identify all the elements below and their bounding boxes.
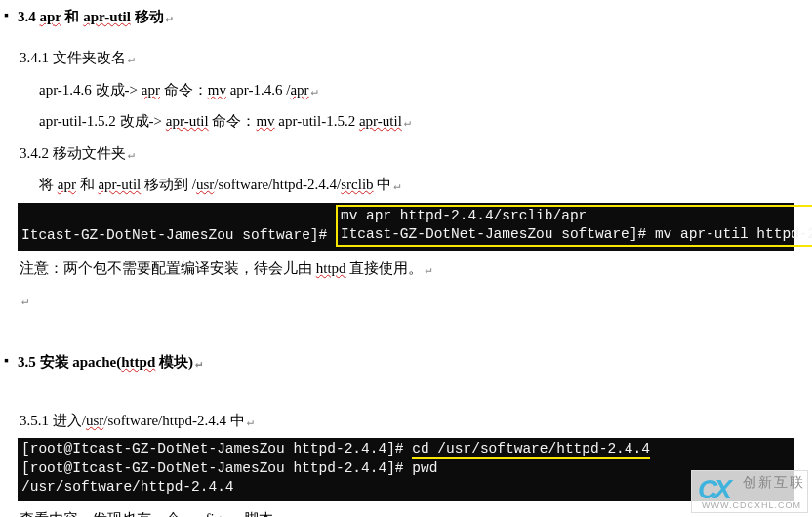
term-line: /usr/software/httpd-2.4.4 — [21, 479, 234, 495]
term-prompt: Itcast-GZ-DotNet-JamesZou software]# — [341, 226, 655, 242]
p-342: 3.4.2 移动文件夹↵ — [18, 139, 794, 168]
term-prompt: [root@Itcast-GZ-DotNet-JamesZou httpd-2.… — [21, 441, 412, 457]
empty-line: ↵ — [18, 286, 794, 314]
line-end-icon: ↵ — [126, 53, 135, 66]
line-end-icon: ↵ — [164, 12, 173, 25]
p-351-desc: 查看内容，发现也有一个 configure 脚本↵ — [18, 505, 794, 517]
p-341-cmd1: apr-1.4.6 改成-> apr 命令：mv apr-1.4.6 /apr↵ — [18, 76, 794, 104]
line-end-icon: ↵ — [423, 263, 431, 277]
term-prompt: Itcast-GZ-DotNet-JamesZou software]# — [21, 226, 336, 242]
watermark-logo: CX 创新互联 WWW.CDCXHL.COM — [691, 470, 808, 513]
line-end-icon: ↵ — [245, 416, 254, 429]
term-underline: cd /usr/software/httpd-2.4.4 — [412, 441, 650, 459]
p-342-note: 注意：两个包不需要配置编译安装，待会儿由 httpd 直接使用。↵ — [18, 255, 794, 283]
line-end-icon: ↵ — [193, 357, 202, 371]
heading-apr-util: apr-util — [83, 9, 131, 24]
line-end-icon: ↵ — [20, 295, 28, 308]
terminal-block-2: [root@Itcast-GZ-DotNet-JamesZou httpd-2.… — [18, 438, 794, 501]
heading-apr: apr — [40, 9, 61, 24]
heading-text: 3.4 — [18, 9, 40, 24]
line-end-icon: ↵ — [402, 116, 411, 130]
p-351: 3.5.1 进入/usr/software/httpd-2.4.4 中↵ — [18, 407, 794, 435]
terminal-output: Itcast-GZ-DotNet-JamesZou software]# mv … — [18, 203, 794, 251]
p-342-desc: 将 apr 和 apr-util 移动到 /usr/software/httpd… — [18, 171, 794, 199]
line-end-icon: ↵ — [309, 85, 318, 99]
p-341: 3.4.1 文件夹改名↵ — [18, 44, 794, 72]
term-highlight-box: mv apr httpd-2.4.4/srclib/apr Itcast-GZ-… — [336, 205, 812, 247]
logo-url-text: WWW.CDCXHL.COM — [702, 500, 801, 510]
section-3-5-heading: 3.5 安装 apache(httpd 模块)↵ — [18, 353, 794, 372]
terminal-output: [root@Itcast-GZ-DotNet-JamesZou httpd-2.… — [18, 438, 794, 501]
line-end-icon: ↵ — [391, 179, 400, 193]
heading-mid: 和 — [61, 9, 84, 24]
term-line: [root@Itcast-GZ-DotNet-JamesZou httpd-2.… — [21, 460, 437, 476]
p-341-cmd2: apr-util-1.5.2 改成-> apr-util 命令：mv apr-u… — [18, 107, 794, 136]
terminal-block-1: Itcast-GZ-DotNet-JamesZou software]# mv … — [18, 203, 794, 251]
line-end-icon: ↵ — [126, 148, 135, 162]
heading-suffix: 移动 — [131, 9, 164, 24]
logo-cn-text: 创新互联 — [743, 474, 805, 492]
section-3-4-heading: 3.4 apr 和 apr-util 移动↵ — [18, 8, 794, 26]
